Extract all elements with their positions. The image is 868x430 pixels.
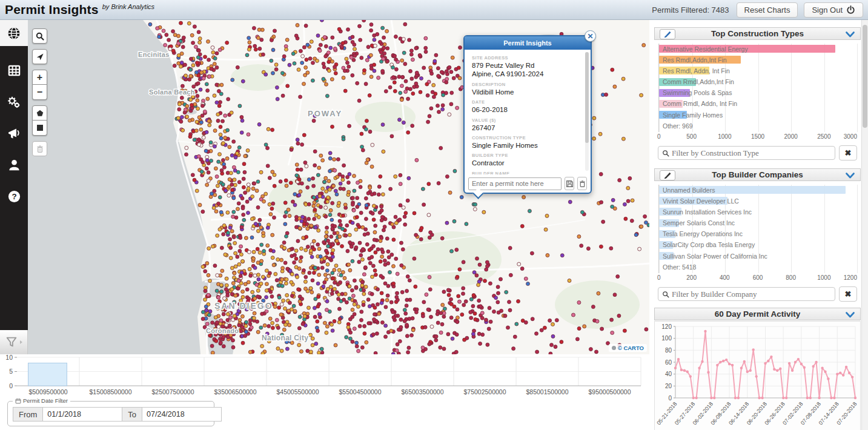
permit-dot[interactable] bbox=[228, 237, 232, 241]
draw-rectangle-button[interactable] bbox=[32, 121, 47, 136]
permit-dot[interactable] bbox=[517, 262, 521, 266]
permit-dot[interactable] bbox=[404, 312, 408, 316]
permit-dot[interactable] bbox=[313, 208, 317, 212]
permit-dot[interactable] bbox=[257, 28, 261, 31]
permit-dot[interactable] bbox=[243, 170, 247, 174]
permit-dot[interactable] bbox=[264, 73, 268, 76]
filter-drawer-toggle[interactable] bbox=[0, 330, 28, 354]
permit-dot[interactable] bbox=[377, 312, 381, 316]
permit-dot[interactable] bbox=[479, 342, 482, 345]
bar-row[interactable]: Single Family Homes bbox=[659, 110, 857, 121]
permit-dot[interactable] bbox=[383, 263, 387, 266]
permit-dot[interactable] bbox=[306, 349, 310, 352]
permit-dot[interactable] bbox=[404, 90, 408, 93]
permit-dot[interactable] bbox=[480, 316, 484, 320]
permit-dot[interactable] bbox=[265, 269, 268, 273]
permit-dot[interactable] bbox=[371, 332, 375, 336]
permit-dot[interactable] bbox=[317, 295, 320, 299]
permit-dot[interactable] bbox=[370, 255, 374, 259]
permit-dot[interactable] bbox=[242, 185, 245, 189]
permit-dot[interactable] bbox=[356, 305, 360, 308]
permit-dot[interactable] bbox=[365, 243, 369, 246]
permit-dot[interactable] bbox=[439, 346, 442, 349]
permit-dot[interactable] bbox=[210, 67, 213, 71]
permit-dot[interactable] bbox=[370, 193, 374, 196]
permit-dot[interactable] bbox=[205, 183, 209, 187]
permit-dot[interactable] bbox=[425, 82, 429, 86]
permit-dot[interactable] bbox=[259, 282, 263, 285]
permit-dot[interactable] bbox=[400, 84, 403, 88]
permit-dot[interactable] bbox=[404, 79, 408, 83]
permit-dot[interactable] bbox=[210, 344, 214, 348]
permit-dot[interactable] bbox=[307, 178, 311, 182]
permit-dot[interactable] bbox=[182, 36, 185, 39]
panel-header[interactable]: Top Construction Types bbox=[654, 27, 861, 40]
permit-dot[interactable] bbox=[199, 88, 202, 91]
permit-dot[interactable] bbox=[640, 225, 643, 228]
permit-dot[interactable] bbox=[265, 289, 268, 293]
permit-dot[interactable] bbox=[512, 347, 515, 351]
permit-dot[interactable] bbox=[283, 323, 287, 326]
permit-dot[interactable] bbox=[373, 269, 377, 273]
permit-dot[interactable] bbox=[318, 194, 322, 198]
permit-dot[interactable] bbox=[168, 47, 172, 51]
permit-dot[interactable] bbox=[331, 277, 335, 280]
permit-dot[interactable] bbox=[424, 36, 428, 40]
permit-dot[interactable] bbox=[285, 277, 288, 281]
permit-dot[interactable] bbox=[273, 184, 276, 188]
sidebar-item-help[interactable]: ? bbox=[0, 184, 28, 210]
permit-dot[interactable] bbox=[245, 288, 249, 291]
permit-dot[interactable] bbox=[406, 275, 409, 279]
permit-dot[interactable] bbox=[330, 218, 334, 222]
permit-dot[interactable] bbox=[326, 196, 330, 199]
permit-dot[interactable] bbox=[359, 211, 363, 214]
permit-dot[interactable] bbox=[482, 210, 486, 214]
permit-dot[interactable] bbox=[258, 251, 262, 254]
permit-dot[interactable] bbox=[595, 350, 598, 354]
permit-dot[interactable] bbox=[201, 317, 205, 321]
permit-dot[interactable] bbox=[411, 92, 415, 96]
permit-dot[interactable] bbox=[193, 25, 196, 28]
popup-close-button[interactable]: ✕ bbox=[585, 30, 596, 42]
permit-dot[interactable] bbox=[389, 187, 393, 191]
permit-dot[interactable] bbox=[463, 338, 466, 342]
permit-dot[interactable] bbox=[221, 159, 225, 162]
permit-dot[interactable] bbox=[477, 283, 480, 286]
permit-dot[interactable] bbox=[204, 289, 207, 293]
permit-dot[interactable] bbox=[302, 222, 306, 226]
permit-dot[interactable] bbox=[360, 310, 363, 314]
permit-dot[interactable] bbox=[409, 49, 413, 53]
permit-dot[interactable] bbox=[236, 65, 239, 69]
permit-dot[interactable] bbox=[360, 145, 364, 148]
permit-dot[interactable] bbox=[347, 190, 351, 194]
permit-dot[interactable] bbox=[237, 180, 241, 184]
permit-dot[interactable] bbox=[364, 197, 368, 200]
permit-dot[interactable] bbox=[250, 236, 254, 239]
permit-dot[interactable] bbox=[399, 173, 402, 177]
permit-dot[interactable] bbox=[216, 274, 219, 277]
permit-dot[interactable] bbox=[286, 267, 290, 271]
permit-dot[interactable] bbox=[296, 142, 300, 145]
permit-dot[interactable] bbox=[309, 286, 313, 290]
permit-dot[interactable] bbox=[202, 136, 205, 139]
permit-dot[interactable] bbox=[551, 323, 555, 326]
permit-dot[interactable] bbox=[230, 183, 234, 187]
permit-dot[interactable] bbox=[440, 322, 444, 326]
permit-dot[interactable] bbox=[410, 77, 414, 81]
permit-dot[interactable] bbox=[382, 46, 386, 50]
permit-dot[interactable] bbox=[333, 281, 337, 285]
permit-dot[interactable] bbox=[446, 72, 449, 76]
permit-dot[interactable] bbox=[342, 76, 345, 79]
permit-dot[interactable] bbox=[317, 273, 321, 277]
permit-dot[interactable] bbox=[231, 78, 234, 82]
permit-dot[interactable] bbox=[388, 271, 392, 274]
permit-dot[interactable] bbox=[216, 234, 219, 237]
permit-dot[interactable] bbox=[337, 268, 341, 272]
permit-dot[interactable] bbox=[400, 98, 403, 102]
permit-dot[interactable] bbox=[319, 154, 323, 157]
permit-dot[interactable] bbox=[524, 277, 528, 280]
permit-dot[interactable] bbox=[224, 114, 227, 117]
permit-dot[interactable] bbox=[219, 125, 222, 129]
permit-dot[interactable] bbox=[335, 193, 339, 196]
permit-dot[interactable] bbox=[262, 200, 266, 203]
